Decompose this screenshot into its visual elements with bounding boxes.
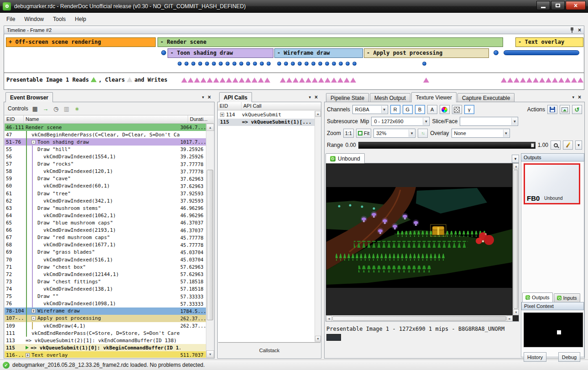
column-eid[interactable]: EID	[5, 115, 24, 123]
zoom-select[interactable]: 32%▼	[373, 129, 415, 138]
tab-texture-viewer[interactable]: Texture Viewer	[411, 92, 457, 102]
tab-inputs[interactable]: Inputs	[554, 293, 580, 302]
scrollbar-thumb[interactable]	[332, 316, 506, 321]
history-button[interactable]: History	[524, 352, 546, 362]
timeline-event-dot[interactable]	[298, 62, 302, 66]
write-marker-group[interactable]	[501, 78, 583, 83]
autofit-range-button[interactable]	[563, 141, 573, 150]
timeline-event-dot[interactable]	[212, 62, 216, 66]
menu-tools[interactable]: Tools	[48, 14, 70, 24]
api-call-row[interactable]: +114vkQueueSubmit	[218, 111, 315, 119]
event-row[interactable]: 107-...-Apply post processing262.37...	[5, 315, 206, 322]
event-row[interactable]: 61Draw "tree"37.92593	[5, 190, 206, 197]
dock-close-icon[interactable]: ×	[208, 94, 211, 100]
open-texture-list-button[interactable]	[560, 105, 570, 114]
dock-close-icon[interactable]: ×	[578, 94, 581, 100]
event-row[interactable]: 111vkCmdEndRenderPass(C=Store, D=Store, …	[5, 329, 206, 337]
timeline-marker-bar[interactable]: - Text overlay	[515, 37, 583, 47]
event-row[interactable]: 67Draw "red mushroom caps"45.77778	[5, 234, 206, 241]
menu-window[interactable]: Window	[20, 14, 48, 24]
pin-icon[interactable]	[570, 27, 574, 33]
output-thumbnail-fb0[interactable]: FB0 Unbound	[524, 163, 580, 204]
find-icon[interactable]: ▦	[31, 104, 40, 113]
timeline-event-dot[interactable]	[304, 62, 309, 66]
scroll-right-icon[interactable]: ►	[507, 316, 513, 322]
menu-help[interactable]: Help	[70, 14, 91, 24]
scroll-up-icon[interactable]: ▲	[315, 111, 321, 117]
write-marker-group[interactable]	[423, 78, 429, 83]
tab-api-calls[interactable]: API Calls	[219, 92, 252, 102]
timeline-event-dot[interactable]	[246, 62, 250, 66]
menu-file[interactable]: File	[2, 14, 20, 24]
pixel-context-view[interactable]	[524, 313, 583, 347]
timeline-event-dot[interactable]	[178, 62, 182, 66]
event-row[interactable]: 56vkCmdDrawIndexed(1554,1)39.25926	[5, 153, 206, 160]
flip-y-button[interactable]: ↑↓	[418, 129, 428, 138]
event-row[interactable]: 116-...+Text overlay511.7037	[5, 351, 206, 358]
event-row[interactable]: 51-76-Toon shading draw1017.7...	[5, 138, 206, 146]
color-wheel-button[interactable]	[440, 105, 450, 114]
save-texture-button[interactable]	[547, 105, 557, 114]
event-row[interactable]: 60vkCmdDrawIndexed(60,1)37.62963	[5, 182, 206, 190]
scroll-down-icon[interactable]: ▼	[513, 309, 519, 315]
tree-expander-icon[interactable]: -	[31, 316, 36, 320]
event-row[interactable]: 46-111Render scene3064.7...	[5, 124, 206, 131]
timeline-event-dot[interactable]	[493, 50, 499, 55]
scroll-left-icon[interactable]: ◄	[326, 316, 332, 322]
api-calls-scrollbar[interactable]: ▲ ▼	[315, 111, 320, 342]
timeline-marker-bar[interactable]: - Toon shading draw	[168, 48, 273, 58]
dock-close-icon[interactable]: ×	[315, 94, 318, 100]
event-row[interactable]: 62vkCmdDrawIndexed(342,1)37.92593	[5, 197, 206, 204]
tab-event-browser[interactable]: Event Browser	[5, 92, 53, 102]
column-duration[interactable]: Durati...	[188, 115, 214, 123]
tab-mesh-output[interactable]: Mesh Output	[370, 93, 410, 102]
tree-expander-icon[interactable]: +	[26, 353, 30, 357]
write-marker-group[interactable]	[280, 78, 356, 83]
column-eid[interactable]: EID	[218, 102, 242, 110]
event-row[interactable]: 59Draw "cave"37.62963	[5, 175, 206, 182]
column-api-call[interactable]: API Call	[242, 102, 321, 110]
event-row[interactable]: 68vkCmdDrawIndexed(1677,1)45.77778	[5, 241, 206, 249]
close-button[interactable]: ×	[566, 1, 586, 10]
event-row[interactable]: 74vkCmdDrawIndexed(138,1)57.18518	[5, 285, 206, 292]
timeline-event-dot[interactable]	[267, 62, 271, 66]
channel-red-button[interactable]: R	[390, 105, 400, 114]
callstack-section[interactable]: Callstack	[218, 342, 320, 358]
dock-menu-icon[interactable]: ▾	[572, 95, 574, 99]
tree-expander-icon[interactable]: -	[31, 140, 36, 144]
timeline-event-dot[interactable]	[332, 62, 336, 66]
texture-display[interactable]: ▲ ▼ ◄ ►	[326, 163, 519, 322]
event-row[interactable]: 55Draw "hill"39.25926	[5, 146, 206, 153]
timeline-event-dot[interactable]	[239, 62, 243, 66]
timeline-event-dot[interactable]	[277, 62, 281, 66]
timeline-event-dot[interactable]	[205, 62, 209, 66]
timeline-marker-bar[interactable]: + Off-screen scene rendering	[6, 37, 156, 47]
viewer-hscrollbar[interactable]: ◄ ►	[326, 315, 513, 321]
timeline-event-dot[interactable]	[184, 62, 189, 66]
timeline-close-icon[interactable]: ×	[578, 27, 581, 33]
tab-outputs[interactable]: Outputs	[522, 292, 553, 302]
event-row[interactable]: 115=> vkQueueSubmit(1)[0]: vkBeginComman…	[5, 344, 206, 351]
zoom-fit-button[interactable]: Fit	[356, 129, 371, 138]
column-name[interactable]: Name	[24, 115, 188, 123]
event-row[interactable]: 65Draw "blue mushroom caps"46.37037	[5, 219, 206, 226]
dock-menu-icon[interactable]: ▾	[202, 95, 204, 99]
scrollbar-thumb[interactable]	[514, 170, 518, 309]
timeline-event-dot[interactable]	[422, 62, 426, 66]
timeline-event-dot[interactable]	[226, 62, 230, 66]
refresh-button[interactable]: ↺	[572, 105, 582, 114]
minimize-button[interactable]	[536, 1, 550, 10]
timeline-event-dot[interactable]	[352, 62, 357, 66]
tab-capture-executable[interactable]: Capture Executable	[457, 93, 514, 102]
event-row[interactable]: 63Draw "mushroom stems"46.96296	[5, 204, 206, 212]
timeline-marker-bar[interactable]: - Apply post processing	[364, 48, 489, 58]
maximize-button[interactable]	[551, 1, 565, 10]
bookmark-icon[interactable]: →	[41, 104, 50, 113]
event-row[interactable]: 76vkCmdDrawIndexed(1098,1)57.33333	[5, 300, 206, 307]
timeline-event-dot[interactable]	[318, 62, 322, 66]
toolbar-overflow-button[interactable]: ▾	[575, 141, 582, 150]
jump-to-eid-icon[interactable]: ∗	[73, 104, 82, 113]
api-call-row[interactable]: 115=> vkQueueSubmit(1)[...	[218, 119, 315, 126]
timeline-event-dot[interactable]	[339, 62, 343, 66]
scroll-up-icon[interactable]: ▲	[513, 163, 519, 169]
